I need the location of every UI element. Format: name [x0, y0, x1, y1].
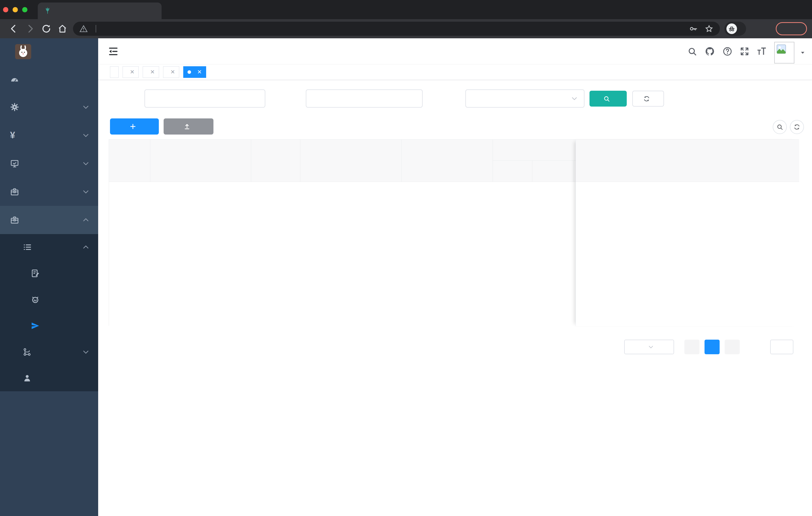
- col-header-form: [300, 140, 402, 182]
- search-icon: [603, 95, 610, 102]
- sidebar-item-process-model[interactable]: [0, 313, 98, 339]
- chevron-down-icon: [82, 132, 90, 139]
- process-name-input[interactable]: [306, 89, 423, 108]
- chevron-down-icon: [82, 160, 90, 167]
- chevron-up-icon: [82, 216, 90, 224]
- search-icon[interactable]: [687, 46, 697, 56]
- chevron-down-icon: [82, 103, 90, 111]
- chevron-down-icon: [648, 344, 654, 350]
- refresh-table-button[interactable]: [790, 120, 804, 134]
- forward-icon[interactable]: [25, 24, 35, 34]
- sidebar-collapse-icon[interactable]: [108, 46, 119, 57]
- tag-close-icon[interactable]: ✕: [170, 69, 175, 75]
- reset-button[interactable]: [632, 91, 664, 107]
- app-logo-row[interactable]: [0, 38, 98, 65]
- font-size-icon[interactable]: [757, 46, 767, 56]
- avatar[interactable]: [774, 42, 794, 63]
- col-header-created: [402, 140, 493, 182]
- tag-close-icon[interactable]: ✕: [197, 69, 202, 75]
- help-icon[interactable]: [722, 46, 732, 56]
- current-page-button[interactable]: [704, 340, 720, 354]
- omnibox-divider: [96, 25, 96, 32]
- tag-close-icon[interactable]: ✕: [130, 69, 135, 75]
- paper-plane-icon: [31, 321, 40, 330]
- browser-tab-strip: [0, 0, 812, 19]
- window-minimize-button[interactable]: [12, 7, 18, 12]
- tag-close-icon[interactable]: ✕: [150, 69, 154, 75]
- col-header-version: [493, 161, 532, 182]
- tag-home[interactable]: [110, 66, 119, 78]
- toggle-search-button[interactable]: [773, 120, 787, 134]
- sidebar-item-home[interactable]: [0, 65, 98, 93]
- search-button[interactable]: [589, 91, 627, 107]
- workflow-submenu: [0, 234, 98, 391]
- user-group-icon: [31, 295, 40, 304]
- col-header-key: [109, 140, 150, 182]
- col-header-operations: [576, 140, 799, 182]
- sidebar-item-infra[interactable]: [0, 150, 98, 178]
- sidebar-item-leave-query[interactable]: [0, 365, 98, 391]
- form-icon: [31, 269, 40, 278]
- col-header-category: [251, 140, 300, 182]
- browser-toolbar: [0, 19, 812, 38]
- sidebar-item-devtools[interactable]: [0, 178, 98, 206]
- back-icon[interactable]: [8, 24, 19, 34]
- col-header-active: [532, 161, 573, 182]
- sidebar-item-user-group[interactable]: [0, 287, 98, 313]
- sidebar-item-workflow[interactable]: [0, 206, 98, 234]
- bookmark-star-icon[interactable]: [705, 24, 713, 33]
- flow-icon: [23, 348, 32, 356]
- sidebar-item-task-mgmt[interactable]: [0, 339, 98, 365]
- person-icon: [23, 374, 32, 383]
- top-navbar: [98, 38, 812, 64]
- import-process-button[interactable]: [164, 118, 213, 135]
- page-size-select[interactable]: [624, 340, 674, 354]
- dashboard-icon: [10, 74, 19, 83]
- breadcrumb: [126, 38, 159, 64]
- not-secure-warning-icon: [80, 25, 88, 33]
- home-icon[interactable]: [57, 24, 67, 34]
- screen: ¥: [0, 0, 812, 516]
- chevron-up-icon: [82, 243, 90, 251]
- incognito-badge: [724, 22, 746, 36]
- window-close-button[interactable]: [3, 7, 8, 12]
- browser-tab[interactable]: [38, 2, 162, 19]
- process-key-input[interactable]: [144, 89, 265, 108]
- next-page-button[interactable]: [725, 340, 740, 354]
- password-key-icon[interactable]: [689, 24, 698, 33]
- refresh-icon: [793, 124, 801, 131]
- window-zoom-button[interactable]: [22, 7, 27, 12]
- tab-favicon-icon: [44, 7, 51, 15]
- sidebar-item-system[interactable]: [0, 93, 98, 121]
- reload-icon[interactable]: [41, 24, 51, 34]
- operations-fixed-column: [576, 140, 799, 326]
- update-button[interactable]: [776, 22, 807, 35]
- fullscreen-icon[interactable]: [740, 46, 750, 56]
- process-category-select[interactable]: [465, 89, 584, 108]
- tag-process-form[interactable]: ✕: [163, 66, 179, 78]
- refresh-icon: [643, 95, 650, 102]
- col-header-name: [150, 140, 251, 182]
- address-bar[interactable]: [73, 22, 720, 36]
- create-process-button[interactable]: [110, 118, 159, 135]
- incognito-icon: [728, 25, 735, 32]
- prev-page-button[interactable]: [685, 340, 699, 354]
- active-tag-dot: [187, 70, 191, 74]
- toolbox-icon: [10, 187, 19, 196]
- avatar-caret-down-icon[interactable]: [800, 49, 806, 56]
- tag-my-process[interactable]: ✕: [143, 66, 159, 78]
- tags-view: ✕ ✕ ✕ ✕: [98, 64, 812, 80]
- chevron-down-icon: [82, 348, 90, 356]
- github-icon[interactable]: [705, 46, 715, 56]
- tag-process-model[interactable]: ✕: [183, 66, 206, 78]
- sidebar-item-payment[interactable]: ¥: [0, 121, 98, 150]
- sidebar-item-process-mgmt[interactable]: [0, 234, 98, 260]
- rabbit-logo-icon: [15, 44, 31, 59]
- chevron-down-icon: [571, 95, 578, 102]
- search-icon: [776, 124, 783, 131]
- goto-page-input[interactable]: [770, 340, 793, 354]
- sidebar-item-process-form[interactable]: [0, 260, 98, 287]
- chevron-down-icon: [82, 188, 90, 195]
- yen-icon: ¥: [10, 131, 19, 140]
- tag-tenant[interactable]: ✕: [123, 66, 139, 78]
